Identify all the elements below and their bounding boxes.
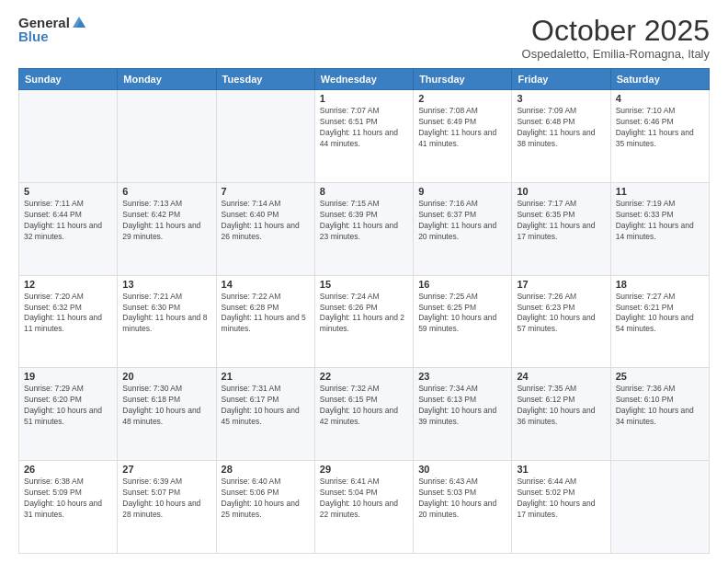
table-row: 26Sunrise: 6:38 AMSunset: 5:09 PMDayligh…: [19, 461, 118, 554]
day-number: 29: [320, 464, 408, 475]
day-info: Sunrise: 7:31 AMSunset: 6:17 PMDaylight:…: [222, 384, 310, 428]
day-number: 27: [122, 464, 210, 475]
daylight-text: Daylight: 11 hours and 2 minutes.: [320, 313, 408, 335]
day-number: 10: [517, 186, 605, 197]
day-info: Sunrise: 7:09 AMSunset: 6:48 PMDaylight:…: [517, 106, 605, 150]
day-info: Sunrise: 6:39 AMSunset: 5:07 PMDaylight:…: [122, 477, 210, 521]
sunset-text: Sunset: 6:35 PM: [517, 210, 605, 221]
day-number: 28: [222, 464, 310, 475]
sunset-text: Sunset: 5:04 PM: [320, 488, 408, 499]
table-row: 24Sunrise: 7:35 AMSunset: 6:12 PMDayligh…: [512, 368, 610, 461]
daylight-text: Daylight: 11 hours and 11 minutes.: [24, 313, 112, 335]
table-row: [118, 90, 216, 183]
daylight-text: Daylight: 10 hours and 34 minutes.: [616, 406, 704, 428]
sunset-text: Sunset: 6:12 PM: [517, 395, 605, 406]
day-number: 23: [418, 371, 506, 382]
day-number: 18: [616, 279, 704, 290]
day-number: 25: [616, 371, 704, 382]
col-saturday: Saturday: [610, 69, 709, 90]
calendar-week-row: 26Sunrise: 6:38 AMSunset: 5:09 PMDayligh…: [19, 461, 710, 554]
table-row: 29Sunrise: 6:41 AMSunset: 5:04 PMDayligh…: [314, 461, 413, 554]
day-info: Sunrise: 7:34 AMSunset: 6:13 PMDaylight:…: [418, 384, 506, 428]
day-info: Sunrise: 7:07 AMSunset: 6:51 PMDaylight:…: [320, 106, 408, 150]
day-info: Sunrise: 6:44 AMSunset: 5:02 PMDaylight:…: [517, 477, 605, 521]
table-row: 28Sunrise: 6:40 AMSunset: 5:06 PMDayligh…: [216, 461, 314, 554]
sunrise-text: Sunrise: 7:09 AM: [517, 106, 605, 117]
logo-icon: [71, 15, 87, 29]
sunset-text: Sunset: 6:26 PM: [320, 303, 408, 314]
calendar-week-row: 19Sunrise: 7:29 AMSunset: 6:20 PMDayligh…: [19, 368, 710, 461]
day-info: Sunrise: 7:29 AMSunset: 6:20 PMDaylight:…: [24, 384, 112, 428]
table-row: 6Sunrise: 7:13 AMSunset: 6:42 PMDaylight…: [118, 182, 216, 275]
day-number: 20: [122, 371, 210, 382]
day-number: 14: [222, 279, 310, 290]
sunset-text: Sunset: 6:40 PM: [222, 210, 310, 221]
daylight-text: Daylight: 11 hours and 5 minutes.: [222, 313, 310, 335]
sunset-text: Sunset: 5:02 PM: [517, 488, 605, 499]
sunset-text: Sunset: 6:13 PM: [418, 395, 506, 406]
table-row: 5Sunrise: 7:11 AMSunset: 6:44 PMDaylight…: [19, 182, 118, 275]
day-number: 5: [24, 186, 112, 197]
daylight-text: Daylight: 10 hours and 22 minutes.: [320, 499, 408, 521]
day-number: 1: [320, 93, 408, 104]
sunrise-text: Sunrise: 6:39 AM: [122, 477, 210, 488]
day-info: Sunrise: 7:24 AMSunset: 6:26 PMDaylight:…: [320, 292, 408, 336]
daylight-text: Daylight: 11 hours and 38 minutes.: [517, 128, 605, 150]
day-info: Sunrise: 7:10 AMSunset: 6:46 PMDaylight:…: [616, 106, 704, 150]
sunrise-text: Sunrise: 7:26 AM: [517, 292, 605, 303]
table-row: 22Sunrise: 7:32 AMSunset: 6:15 PMDayligh…: [314, 368, 413, 461]
daylight-text: Daylight: 10 hours and 36 minutes.: [517, 406, 605, 428]
table-row: 23Sunrise: 7:34 AMSunset: 6:13 PMDayligh…: [414, 368, 512, 461]
daylight-text: Daylight: 11 hours and 8 minutes.: [122, 313, 210, 335]
sunset-text: Sunset: 5:03 PM: [418, 488, 506, 499]
sunrise-text: Sunrise: 7:16 AM: [418, 199, 506, 210]
sunrise-text: Sunrise: 6:40 AM: [222, 477, 310, 488]
sunrise-text: Sunrise: 7:27 AM: [616, 292, 704, 303]
sunset-text: Sunset: 6:46 PM: [616, 117, 704, 128]
sunset-text: Sunset: 6:28 PM: [222, 303, 310, 314]
daylight-text: Daylight: 10 hours and 20 minutes.: [418, 499, 506, 521]
day-number: 31: [517, 464, 605, 475]
table-row: 9Sunrise: 7:16 AMSunset: 6:37 PMDaylight…: [414, 182, 512, 275]
page: General Blue October 2025 Ospedaletto, E…: [0, 0, 728, 563]
sunset-text: Sunset: 6:39 PM: [320, 210, 408, 221]
daylight-text: Daylight: 10 hours and 25 minutes.: [222, 499, 310, 521]
table-row: 10Sunrise: 7:17 AMSunset: 6:35 PMDayligh…: [512, 182, 610, 275]
sunset-text: Sunset: 6:23 PM: [517, 303, 605, 314]
day-number: 17: [517, 279, 605, 290]
day-info: Sunrise: 6:43 AMSunset: 5:03 PMDaylight:…: [418, 477, 506, 521]
sunrise-text: Sunrise: 7:14 AM: [222, 199, 310, 210]
day-number: 11: [616, 186, 704, 197]
sunset-text: Sunset: 6:15 PM: [320, 395, 408, 406]
col-tuesday: Tuesday: [216, 69, 314, 90]
sunset-text: Sunset: 6:30 PM: [122, 303, 210, 314]
table-row: 13Sunrise: 7:21 AMSunset: 6:30 PMDayligh…: [118, 275, 216, 368]
sunset-text: Sunset: 6:44 PM: [24, 210, 112, 221]
table-row: [610, 461, 709, 554]
day-number: 15: [320, 279, 408, 290]
daylight-text: Daylight: 11 hours and 20 minutes.: [418, 221, 506, 243]
sunrise-text: Sunrise: 7:07 AM: [320, 106, 408, 117]
day-number: 8: [320, 186, 408, 197]
day-number: 16: [418, 279, 506, 290]
table-row: 7Sunrise: 7:14 AMSunset: 6:40 PMDaylight…: [216, 182, 314, 275]
day-number: 7: [222, 186, 310, 197]
table-row: 2Sunrise: 7:08 AMSunset: 6:49 PMDaylight…: [414, 90, 512, 183]
daylight-text: Daylight: 11 hours and 44 minutes.: [320, 128, 408, 150]
table-row: 17Sunrise: 7:26 AMSunset: 6:23 PMDayligh…: [512, 275, 610, 368]
table-row: 8Sunrise: 7:15 AMSunset: 6:39 PMDaylight…: [314, 182, 413, 275]
table-row: 3Sunrise: 7:09 AMSunset: 6:48 PMDaylight…: [512, 90, 610, 183]
calendar-week-row: 12Sunrise: 7:20 AMSunset: 6:32 PMDayligh…: [19, 275, 710, 368]
sunset-text: Sunset: 6:49 PM: [418, 117, 506, 128]
sunrise-text: Sunrise: 7:36 AM: [616, 384, 704, 395]
day-info: Sunrise: 7:17 AMSunset: 6:35 PMDaylight:…: [517, 199, 605, 243]
day-number: 22: [320, 371, 408, 382]
sunset-text: Sunset: 5:07 PM: [122, 488, 210, 499]
table-row: 16Sunrise: 7:25 AMSunset: 6:25 PMDayligh…: [414, 275, 512, 368]
daylight-text: Daylight: 11 hours and 17 minutes.: [517, 221, 605, 243]
table-row: [19, 90, 118, 183]
daylight-text: Daylight: 10 hours and 48 minutes.: [122, 406, 210, 428]
day-info: Sunrise: 7:14 AMSunset: 6:40 PMDaylight:…: [222, 199, 310, 243]
table-row: [216, 90, 314, 183]
sunrise-text: Sunrise: 7:31 AM: [222, 384, 310, 395]
